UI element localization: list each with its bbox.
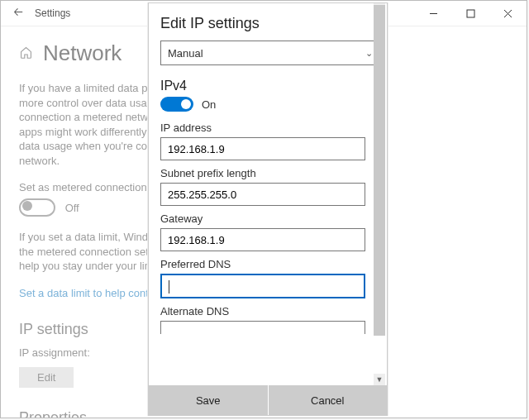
save-button[interactable]: Save (149, 385, 269, 415)
alternate-dns-label: Alternate DNS (160, 305, 374, 317)
ip-edit-button[interactable]: Edit (19, 367, 74, 388)
ipv4-heading: IPv4 (160, 79, 374, 93)
gateway-input[interactable] (160, 228, 365, 251)
ip-address-input[interactable] (160, 137, 365, 160)
subnet-input[interactable] (160, 183, 365, 206)
home-icon[interactable] (19, 45, 33, 62)
ipv4-toggle-state: On (202, 98, 216, 111)
scroll-down-icon[interactable]: ▼ (374, 374, 385, 385)
alternate-dns-input[interactable] (160, 321, 365, 334)
minimize-button[interactable] (415, 1, 452, 26)
back-icon[interactable] (12, 7, 23, 20)
preferred-dns-input[interactable] (160, 274, 365, 298)
metered-toggle[interactable] (19, 198, 55, 217)
ipv4-toggle[interactable] (160, 97, 193, 112)
cancel-button[interactable]: Cancel (269, 385, 388, 415)
ip-address-label: IP address (160, 122, 374, 134)
metered-toggle-state: Off (65, 202, 79, 214)
window-title: Settings (35, 7, 70, 19)
subnet-label: Subnet prefix length (160, 167, 374, 179)
edit-ip-dialog: ▲ ▼ Edit IP settings Manual ⌄ IPv4 On IP… (148, 2, 388, 416)
close-button[interactable] (489, 1, 527, 26)
ip-mode-value: Manual (168, 47, 203, 60)
ip-mode-select[interactable]: Manual ⌄ (160, 41, 380, 65)
page-heading: Network (43, 41, 122, 66)
maximize-button[interactable] (452, 1, 489, 26)
dialog-scrollbar[interactable]: ▲ ▼ (374, 5, 385, 384)
preferred-dns-label: Preferred DNS (160, 258, 374, 270)
chevron-down-icon: ⌄ (365, 48, 373, 59)
text-caret (169, 280, 169, 294)
scrollbar-thumb[interactable] (374, 5, 385, 336)
gateway-label: Gateway (160, 212, 374, 225)
dialog-title: Edit IP settings (160, 15, 374, 32)
svg-rect-0 (467, 10, 474, 17)
